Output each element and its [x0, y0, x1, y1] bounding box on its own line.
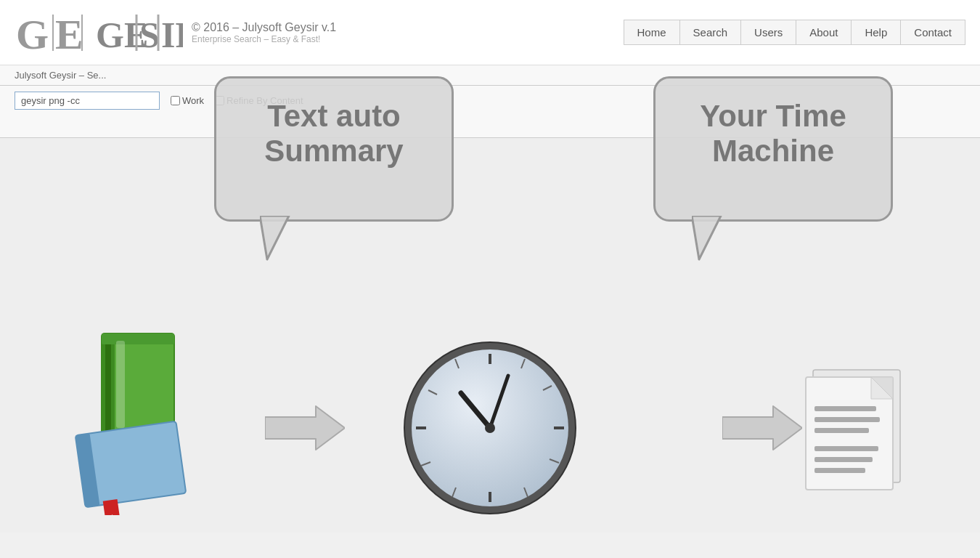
nav-users[interactable]: Users — [741, 20, 796, 44]
nav-search[interactable]: Search — [680, 20, 742, 44]
books-illustration — [65, 326, 232, 518]
document-svg — [799, 363, 915, 508]
svg-rect-3 — [81, 15, 83, 51]
svg-rect-19 — [116, 341, 125, 428]
svg-rect-48 — [814, 468, 865, 473]
header: G E GE S IR © 2016 – Julysoft Geysir v.1… — [0, 0, 980, 65]
brand-info: © 2016 – Julysoft Geysir v.1 Enterprise … — [192, 21, 336, 44]
work-checkbox[interactable] — [171, 96, 180, 105]
svg-marker-20 — [265, 406, 345, 450]
svg-rect-43 — [814, 406, 876, 411]
bubble-left-tail — [260, 216, 318, 263]
brand-subtitle: Enterprise Search – Easy & Fast! — [192, 34, 336, 44]
clock-svg — [403, 341, 577, 515]
svg-rect-14 — [102, 333, 174, 344]
svg-marker-38 — [722, 406, 802, 450]
svg-text:E: E — [55, 11, 83, 54]
main-content: Julysoft Geysir – Se... Work Refine By C… — [0, 65, 980, 533]
svg-rect-47 — [814, 457, 873, 462]
arrow-right-icon — [722, 403, 802, 456]
logo-icon: G E — [15, 11, 87, 54]
bubble-right: Your Time Machine — [653, 76, 893, 222]
svg-rect-45 — [814, 428, 869, 433]
svg-rect-13 — [105, 333, 111, 435]
books-svg — [65, 326, 232, 515]
bubble-right-tail — [692, 216, 750, 263]
svg-text:IR: IR — [161, 15, 183, 54]
work-checkbox-label: Work — [171, 95, 204, 106]
logo-bar-icon: GE S IR — [96, 11, 183, 54]
svg-rect-1 — [52, 15, 54, 51]
nav-home[interactable]: Home — [624, 20, 680, 44]
svg-text:S: S — [139, 15, 160, 54]
svg-text:G: G — [16, 11, 49, 54]
nav-contact[interactable]: Contact — [901, 20, 965, 44]
brand-title: © 2016 – Julysoft Geysir v.1 — [192, 21, 336, 34]
arrow-left-icon — [265, 403, 345, 456]
svg-rect-44 — [814, 417, 880, 422]
bubble-left: Text auto Summary — [214, 76, 454, 222]
nav-about[interactable]: About — [796, 20, 852, 44]
clock-illustration — [403, 341, 577, 518]
arrow-right-svg — [722, 403, 802, 453]
logo-area: G E GE S IR © 2016 – Julysoft Geysir v.1… — [15, 11, 336, 54]
main-nav: Home Search Users About Help Contact — [624, 20, 965, 45]
nav-help[interactable]: Help — [852, 20, 901, 44]
svg-marker-10 — [692, 216, 721, 259]
svg-point-37 — [485, 423, 495, 433]
svg-marker-9 — [260, 216, 289, 259]
svg-rect-46 — [814, 446, 878, 451]
search-input[interactable] — [15, 92, 160, 110]
arrow-left-svg — [265, 403, 345, 453]
bubble-left-text: Text auto Summary — [238, 99, 430, 169]
bubble-right-text: Your Time Machine — [677, 99, 869, 169]
document-illustration — [799, 363, 915, 511]
